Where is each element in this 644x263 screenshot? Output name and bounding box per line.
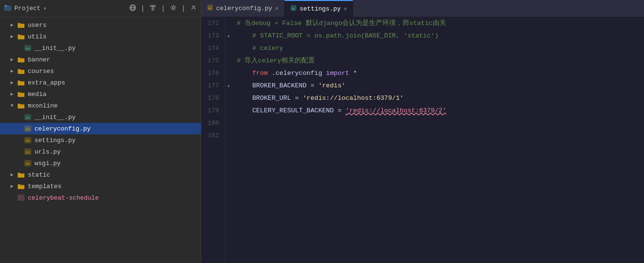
project-title: Project <box>14 5 41 12</box>
gutter-172 <box>225 17 232 30</box>
tab-celeryconfig[interactable]: py celeryconfig.py ✕ <box>201 0 285 17</box>
separator2: | <box>161 5 165 12</box>
arrow-utils: ▶ <box>11 34 17 39</box>
arrow-templates: ▶ <box>11 183 17 189</box>
tree-item-media[interactable]: ▶ media <box>0 88 201 100</box>
svg-rect-7 <box>152 9 154 10</box>
sidebar: Project ▾ | | | ▶ <box>0 0 201 263</box>
svg-text:py: py <box>26 127 30 131</box>
code-line-177: # 导入celery相关的配置 <box>237 55 644 67</box>
py-file-icon-urls: py <box>24 148 33 155</box>
gutter-174 <box>225 42 232 55</box>
tab-settings[interactable]: py settings.py ✕ <box>285 0 353 17</box>
tree-label-extra-apps: extra_apps <box>28 79 65 86</box>
tree-item-celeryconfig[interactable]: ▶ py celeryconfig.py <box>0 123 201 134</box>
tree-item-extra-apps[interactable]: ▶ extra_apps <box>0 77 201 88</box>
tree-label-wsgi: wsgi.py <box>34 160 61 167</box>
arrow-static: ▶ <box>11 172 17 178</box>
arrow-mxonline: ▼ <box>11 103 17 108</box>
tab-close-settings[interactable]: ✕ <box>344 5 347 12</box>
tree-label-mxonline: mxonline <box>28 102 58 109</box>
tree-item-wsgi[interactable]: ▶ py wsgi.py <box>0 157 201 169</box>
svg-rect-24 <box>18 195 24 201</box>
py-file-icon-celeryconfig: py <box>24 125 33 132</box>
tab-icon-settings: py <box>290 5 297 13</box>
code-line-181: CELERY_RESULT_BACKEND = 'redis://localho… <box>237 105 644 117</box>
svg-rect-1 <box>4 5 7 7</box>
tree-label-utils-init: __init__.py <box>34 45 76 52</box>
tree-item-mx-init[interactable]: ▶ py __init__.py <box>0 111 201 123</box>
tree-item-mxonline[interactable]: ▼ mxonline <box>0 100 201 111</box>
svg-text:py: py <box>26 150 30 154</box>
line-num-177: 177 <box>207 80 219 92</box>
svg-text:py: py <box>26 139 30 143</box>
folder-icon-users <box>17 22 26 28</box>
tree-label-media: media <box>28 91 46 98</box>
svg-text:py: py <box>208 6 212 10</box>
tree-label-celerybeat: celerybeat-schedule <box>28 194 99 202</box>
folder-icon-templates <box>17 183 26 190</box>
tree-label-utils: utils <box>28 33 46 40</box>
project-icon <box>4 4 12 13</box>
tree-item-templates[interactable]: ▶ templates <box>0 180 201 192</box>
line-num-181: 181 <box>207 130 219 142</box>
arrow-courses: ▶ <box>11 68 17 74</box>
tree-item-users[interactable]: ▶ users <box>0 19 201 31</box>
gutter-175 <box>225 55 232 67</box>
tree-item-utils-init[interactable]: ▶ py __init__.py <box>0 42 201 54</box>
tree-label-templates: templates <box>28 183 61 190</box>
tree-label-celeryconfig: celeryconfig.py <box>34 125 91 132</box>
collapse-icon[interactable] <box>190 4 197 13</box>
code-line-174: # STATIC_ROOT = os.path.join(BASE_DIR, '… <box>237 30 644 42</box>
arrow-users: ▶ <box>11 22 17 28</box>
folder-icon-courses <box>17 68 26 74</box>
tree-item-urls[interactable]: ▶ py urls.py <box>0 146 201 157</box>
svg-text:py: py <box>292 7 296 11</box>
sidebar-toolbar: | | | <box>129 4 197 13</box>
line-num-180: 180 <box>207 117 219 130</box>
tree-item-static[interactable]: ▶ static <box>0 169 201 180</box>
hierarchy-icon[interactable] <box>150 4 156 13</box>
svg-text:py: py <box>26 116 30 120</box>
dropdown-arrow[interactable]: ▾ <box>44 5 47 12</box>
tab-bar: py celeryconfig.py ✕ py settings.py ✕ <box>201 0 644 17</box>
code-area[interactable]: 172 173 174 175 176 177 178 179 180 181 … <box>201 17 644 263</box>
py-file-icon-utils-init: py <box>24 45 33 51</box>
project-label[interactable]: Project ▾ <box>4 4 46 13</box>
arrow-banner: ▶ <box>11 57 17 62</box>
svg-point-10 <box>172 6 174 9</box>
line-num-172: 172 <box>207 17 219 30</box>
line-numbers: 172 173 174 175 176 177 178 179 180 181 <box>201 17 225 263</box>
tree-label-users: users <box>28 22 46 29</box>
folder-icon-mxonline <box>17 102 26 109</box>
editor-panel: py celeryconfig.py ✕ py settings.py ✕ 17… <box>201 0 644 263</box>
line-num-178: 178 <box>207 92 219 105</box>
folder-icon-utils <box>17 33 26 40</box>
svg-text:py: py <box>26 47 30 50</box>
gutter-173[interactable]: ▾ <box>225 30 232 42</box>
tree-label-urls: urls.py <box>34 148 61 155</box>
py-file-icon-mx-init: py <box>24 114 33 120</box>
globe-icon[interactable] <box>129 4 136 13</box>
tree-item-courses[interactable]: ▶ courses <box>0 65 201 77</box>
tab-close-celeryconfig[interactable]: ✕ <box>275 5 278 12</box>
arrow-extra-apps: ▶ <box>11 80 17 85</box>
code-line-176: # celery <box>237 42 644 55</box>
tree-item-settings[interactable]: ▶ py settings.py <box>0 134 201 146</box>
line-num-176: 176 <box>207 67 219 80</box>
separator3: | <box>182 5 185 12</box>
sidebar-header: Project ▾ | | | <box>0 0 201 17</box>
celerybeat-file-icon <box>17 194 26 201</box>
code-content[interactable]: # 当debug = False 默认django会认为是生产环境，而stati… <box>232 17 644 263</box>
py-file-icon-settings: py <box>24 137 33 143</box>
tab-label-settings: settings.py <box>299 5 341 12</box>
tree-label-courses: courses <box>28 68 54 75</box>
tree-item-banner[interactable]: ▶ banner <box>0 54 201 65</box>
gutter-177[interactable]: ▾ <box>225 80 232 92</box>
line-num-173: 173 <box>207 30 219 42</box>
gear-icon[interactable] <box>170 4 177 13</box>
tree-item-utils[interactable]: ▶ utils <box>0 31 201 42</box>
folder-icon-media <box>17 91 26 97</box>
line-num-175: 175 <box>207 55 219 67</box>
tree-item-celerybeat[interactable]: ▶ celerybeat-schedule <box>0 192 201 203</box>
